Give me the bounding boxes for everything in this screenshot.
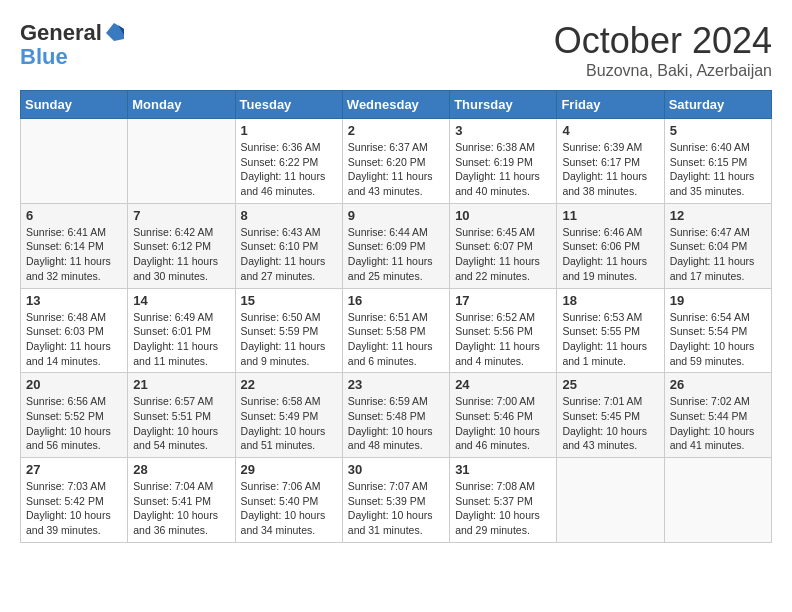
calendar-week-3: 13Sunrise: 6:48 AMSunset: 6:03 PMDayligh… [21, 288, 772, 373]
day-number: 14 [133, 293, 229, 308]
calendar-header-row: SundayMondayTuesdayWednesdayThursdayFrid… [21, 91, 772, 119]
day-info: Sunrise: 6:57 AMSunset: 5:51 PMDaylight:… [133, 394, 229, 453]
day-number: 1 [241, 123, 337, 138]
day-number: 21 [133, 377, 229, 392]
day-info: Sunrise: 6:58 AMSunset: 5:49 PMDaylight:… [241, 394, 337, 453]
calendar-cell: 20Sunrise: 6:56 AMSunset: 5:52 PMDayligh… [21, 373, 128, 458]
day-info: Sunrise: 6:59 AMSunset: 5:48 PMDaylight:… [348, 394, 444, 453]
weekday-header-wednesday: Wednesday [342, 91, 449, 119]
day-number: 6 [26, 208, 122, 223]
day-info: Sunrise: 6:44 AMSunset: 6:09 PMDaylight:… [348, 225, 444, 284]
day-number: 8 [241, 208, 337, 223]
day-info: Sunrise: 7:03 AMSunset: 5:42 PMDaylight:… [26, 479, 122, 538]
day-info: Sunrise: 6:36 AMSunset: 6:22 PMDaylight:… [241, 140, 337, 199]
day-info: Sunrise: 7:01 AMSunset: 5:45 PMDaylight:… [562, 394, 658, 453]
day-number: 18 [562, 293, 658, 308]
calendar-cell: 12Sunrise: 6:47 AMSunset: 6:04 PMDayligh… [664, 203, 771, 288]
calendar-week-2: 6Sunrise: 6:41 AMSunset: 6:14 PMDaylight… [21, 203, 772, 288]
day-info: Sunrise: 7:08 AMSunset: 5:37 PMDaylight:… [455, 479, 551, 538]
day-number: 28 [133, 462, 229, 477]
location: Buzovna, Baki, Azerbaijan [554, 62, 772, 80]
day-info: Sunrise: 7:02 AMSunset: 5:44 PMDaylight:… [670, 394, 766, 453]
weekday-header-monday: Monday [128, 91, 235, 119]
calendar-cell [128, 119, 235, 204]
day-info: Sunrise: 6:49 AMSunset: 6:01 PMDaylight:… [133, 310, 229, 369]
calendar-cell: 3Sunrise: 6:38 AMSunset: 6:19 PMDaylight… [450, 119, 557, 204]
day-number: 23 [348, 377, 444, 392]
day-number: 15 [241, 293, 337, 308]
calendar-week-5: 27Sunrise: 7:03 AMSunset: 5:42 PMDayligh… [21, 458, 772, 543]
day-info: Sunrise: 6:43 AMSunset: 6:10 PMDaylight:… [241, 225, 337, 284]
day-number: 22 [241, 377, 337, 392]
calendar-cell: 21Sunrise: 6:57 AMSunset: 5:51 PMDayligh… [128, 373, 235, 458]
day-info: Sunrise: 7:07 AMSunset: 5:39 PMDaylight:… [348, 479, 444, 538]
logo-icon [104, 21, 126, 43]
calendar-cell: 10Sunrise: 6:45 AMSunset: 6:07 PMDayligh… [450, 203, 557, 288]
day-info: Sunrise: 6:54 AMSunset: 5:54 PMDaylight:… [670, 310, 766, 369]
day-number: 17 [455, 293, 551, 308]
day-info: Sunrise: 6:41 AMSunset: 6:14 PMDaylight:… [26, 225, 122, 284]
calendar-cell: 5Sunrise: 6:40 AMSunset: 6:15 PMDaylight… [664, 119, 771, 204]
day-info: Sunrise: 7:00 AMSunset: 5:46 PMDaylight:… [455, 394, 551, 453]
logo: General Blue [20, 20, 126, 68]
day-number: 26 [670, 377, 766, 392]
day-info: Sunrise: 6:50 AMSunset: 5:59 PMDaylight:… [241, 310, 337, 369]
weekday-header-tuesday: Tuesday [235, 91, 342, 119]
day-number: 2 [348, 123, 444, 138]
weekday-header-friday: Friday [557, 91, 664, 119]
day-number: 3 [455, 123, 551, 138]
day-info: Sunrise: 6:56 AMSunset: 5:52 PMDaylight:… [26, 394, 122, 453]
calendar-cell [664, 458, 771, 543]
day-number: 31 [455, 462, 551, 477]
day-info: Sunrise: 6:47 AMSunset: 6:04 PMDaylight:… [670, 225, 766, 284]
weekday-header-thursday: Thursday [450, 91, 557, 119]
calendar-week-1: 1Sunrise: 6:36 AMSunset: 6:22 PMDaylight… [21, 119, 772, 204]
day-info: Sunrise: 6:48 AMSunset: 6:03 PMDaylight:… [26, 310, 122, 369]
calendar-cell: 15Sunrise: 6:50 AMSunset: 5:59 PMDayligh… [235, 288, 342, 373]
weekday-header-sunday: Sunday [21, 91, 128, 119]
calendar-cell: 29Sunrise: 7:06 AMSunset: 5:40 PMDayligh… [235, 458, 342, 543]
calendar-cell: 1Sunrise: 6:36 AMSunset: 6:22 PMDaylight… [235, 119, 342, 204]
day-number: 4 [562, 123, 658, 138]
calendar-table: SundayMondayTuesdayWednesdayThursdayFrid… [20, 90, 772, 543]
day-number: 5 [670, 123, 766, 138]
day-info: Sunrise: 6:38 AMSunset: 6:19 PMDaylight:… [455, 140, 551, 199]
title-block: October 2024 Buzovna, Baki, Azerbaijan [554, 20, 772, 80]
day-number: 7 [133, 208, 229, 223]
calendar-cell: 9Sunrise: 6:44 AMSunset: 6:09 PMDaylight… [342, 203, 449, 288]
day-info: Sunrise: 7:04 AMSunset: 5:41 PMDaylight:… [133, 479, 229, 538]
page-header: General Blue October 2024 Buzovna, Baki,… [20, 20, 772, 80]
calendar-week-4: 20Sunrise: 6:56 AMSunset: 5:52 PMDayligh… [21, 373, 772, 458]
calendar-cell: 16Sunrise: 6:51 AMSunset: 5:58 PMDayligh… [342, 288, 449, 373]
day-number: 30 [348, 462, 444, 477]
calendar-cell: 6Sunrise: 6:41 AMSunset: 6:14 PMDaylight… [21, 203, 128, 288]
calendar-cell: 31Sunrise: 7:08 AMSunset: 5:37 PMDayligh… [450, 458, 557, 543]
calendar-cell: 8Sunrise: 6:43 AMSunset: 6:10 PMDaylight… [235, 203, 342, 288]
calendar-cell: 11Sunrise: 6:46 AMSunset: 6:06 PMDayligh… [557, 203, 664, 288]
calendar-cell: 25Sunrise: 7:01 AMSunset: 5:45 PMDayligh… [557, 373, 664, 458]
day-info: Sunrise: 6:39 AMSunset: 6:17 PMDaylight:… [562, 140, 658, 199]
day-info: Sunrise: 6:40 AMSunset: 6:15 PMDaylight:… [670, 140, 766, 199]
day-number: 10 [455, 208, 551, 223]
logo-general: General [20, 20, 102, 46]
day-number: 11 [562, 208, 658, 223]
calendar-cell: 2Sunrise: 6:37 AMSunset: 6:20 PMDaylight… [342, 119, 449, 204]
day-info: Sunrise: 7:06 AMSunset: 5:40 PMDaylight:… [241, 479, 337, 538]
logo-blue: Blue [20, 46, 126, 68]
calendar-cell [21, 119, 128, 204]
day-number: 13 [26, 293, 122, 308]
day-info: Sunrise: 6:37 AMSunset: 6:20 PMDaylight:… [348, 140, 444, 199]
calendar-cell [557, 458, 664, 543]
calendar-cell: 18Sunrise: 6:53 AMSunset: 5:55 PMDayligh… [557, 288, 664, 373]
calendar-cell: 17Sunrise: 6:52 AMSunset: 5:56 PMDayligh… [450, 288, 557, 373]
day-number: 27 [26, 462, 122, 477]
calendar-cell: 23Sunrise: 6:59 AMSunset: 5:48 PMDayligh… [342, 373, 449, 458]
month-title: October 2024 [554, 20, 772, 62]
calendar-cell: 26Sunrise: 7:02 AMSunset: 5:44 PMDayligh… [664, 373, 771, 458]
day-number: 25 [562, 377, 658, 392]
calendar-cell: 22Sunrise: 6:58 AMSunset: 5:49 PMDayligh… [235, 373, 342, 458]
calendar-cell: 28Sunrise: 7:04 AMSunset: 5:41 PMDayligh… [128, 458, 235, 543]
day-number: 29 [241, 462, 337, 477]
calendar-cell: 30Sunrise: 7:07 AMSunset: 5:39 PMDayligh… [342, 458, 449, 543]
day-info: Sunrise: 6:53 AMSunset: 5:55 PMDaylight:… [562, 310, 658, 369]
